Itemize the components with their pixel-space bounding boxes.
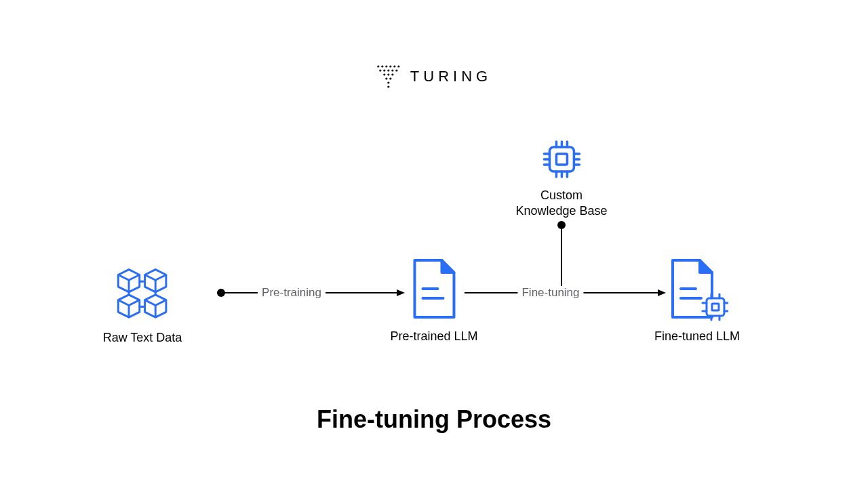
node-raw-text-data: Raw Text Data <box>103 256 182 345</box>
svg-point-6 <box>381 65 383 67</box>
svg-point-22 <box>387 85 389 87</box>
turing-logo-icon <box>376 64 401 89</box>
svg-point-7 <box>385 65 387 67</box>
svg-point-20 <box>389 77 391 79</box>
svg-rect-42 <box>556 154 567 165</box>
node-custom-knowledge-base: Custom Knowledge Base <box>515 139 607 218</box>
svg-point-14 <box>391 69 393 71</box>
brand-logo: TURING <box>376 64 492 89</box>
node-raw-label: Raw Text Data <box>103 331 182 345</box>
node-pretrained-llm: Pre-trained LLM <box>390 256 477 344</box>
svg-point-21 <box>387 81 389 83</box>
svg-point-10 <box>397 65 399 67</box>
svg-point-16 <box>383 73 385 75</box>
node-finetuned-label: Fine-tuned LLM <box>654 329 740 344</box>
svg-point-9 <box>393 65 395 67</box>
svg-point-5 <box>377 65 379 67</box>
svg-point-13 <box>387 69 389 71</box>
node-custom-label: Custom Knowledge Base <box>515 188 607 218</box>
edge-pretraining-label: Pre-training <box>258 286 326 300</box>
edge-finetuning-label: Fine-tuning <box>517 286 583 300</box>
svg-point-8 <box>389 65 391 67</box>
svg-point-19 <box>385 77 387 79</box>
svg-rect-41 <box>549 147 574 171</box>
chip-icon <box>541 139 582 180</box>
document-icon <box>408 256 460 321</box>
brand-name: TURING <box>410 68 492 85</box>
svg-point-15 <box>395 69 397 71</box>
node-finetuned-llm: Fine-tuned LLM <box>654 256 740 344</box>
svg-point-17 <box>387 73 389 75</box>
svg-point-12 <box>383 69 385 71</box>
svg-point-11 <box>379 69 381 71</box>
node-pretrained-label: Pre-trained LLM <box>390 329 477 344</box>
svg-rect-31 <box>707 298 724 316</box>
document-chip-icon <box>666 256 728 321</box>
blocks-icon <box>109 256 176 323</box>
diagram-title: Fine-tuning Process <box>317 405 551 434</box>
svg-point-18 <box>391 73 393 75</box>
